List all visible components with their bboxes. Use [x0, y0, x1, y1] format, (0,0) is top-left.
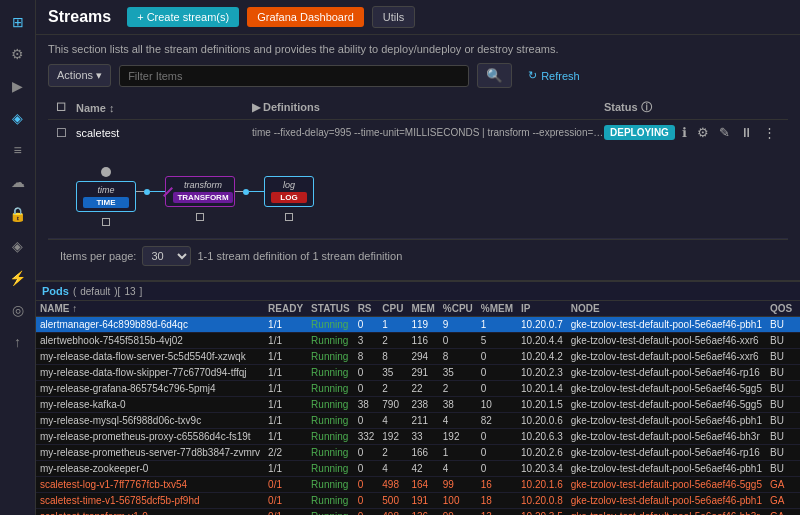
- col-ready: READY: [264, 301, 307, 317]
- sidebar-icon-audit[interactable]: ◎: [4, 296, 32, 324]
- pagination-row: Items per page: 30 50 100 1-1 stream def…: [48, 239, 788, 272]
- main-content: Streams + Create stream(s) Grafana Dashb…: [36, 0, 800, 515]
- items-per-page-select[interactable]: 30 50 100: [142, 246, 191, 266]
- col-ip: IP: [517, 301, 567, 317]
- pods-namespace: default: [80, 286, 110, 297]
- table-row[interactable]: my-release-prometheus-proxy-c65586d4c-fs…: [36, 429, 800, 445]
- table-row[interactable]: scaletest-transform-v1-00/1Running049813…: [36, 509, 800, 516]
- time-check: [102, 218, 110, 226]
- pods-section: Pods ( default )[ 13 ] NAME ↑ READY STAT…: [36, 282, 800, 515]
- flow-node-log: log LOG: [264, 158, 314, 221]
- filter-input[interactable]: [119, 65, 469, 87]
- actions-button[interactable]: Actions ▾: [48, 64, 111, 87]
- top-bar: Streams + Create stream(s) Grafana Dashb…: [36, 0, 800, 35]
- settings-button[interactable]: ⚙: [694, 124, 712, 141]
- log-check: [285, 213, 293, 221]
- create-stream-button[interactable]: + Create stream(s): [127, 7, 239, 27]
- pods-header-row: Pods ( default )[ 13 ]: [36, 282, 800, 301]
- search-button[interactable]: 🔍: [477, 63, 512, 88]
- table-row[interactable]: my-release-kafka-01/1Running387902383810…: [36, 397, 800, 413]
- streams-table-header: ☐ Name ↕ ▶ Definitions Status ⓘ: [48, 96, 788, 120]
- sidebar-icon-cloud[interactable]: ☁: [4, 168, 32, 196]
- col-pmem: %MEM: [477, 301, 517, 317]
- pods-count: 13: [124, 286, 135, 297]
- col-qos: QOS: [766, 301, 796, 317]
- edit-button[interactable]: ✎: [716, 124, 733, 141]
- sidebar-icon-about[interactable]: ↑: [4, 328, 32, 356]
- stream-definition: time --fixed-delay=995 --time-unit=MILLI…: [252, 127, 604, 138]
- stream-row-main: ☐ scaletest time --fixed-delay=995 --tim…: [56, 124, 780, 141]
- pods-title: Pods: [42, 285, 69, 297]
- flow-node-transform: transform TRANSFORM: [165, 158, 235, 221]
- time-circle: [101, 167, 111, 177]
- checkbox-col: ☐: [56, 101, 76, 114]
- sidebar-icon-menu[interactable]: ≡: [4, 136, 32, 164]
- utils-button[interactable]: Utils: [372, 6, 415, 28]
- pagination-summary: 1-1 stream definition of 1 stream defini…: [197, 250, 402, 262]
- table-row[interactable]: my-release-grafana-865754c796-5pmj41/1Ru…: [36, 381, 800, 397]
- table-row[interactable]: alertwebhook-7545f5815b-4vj021/1Running3…: [36, 333, 800, 349]
- status-col-header: Status ⓘ: [604, 100, 780, 115]
- pods-bracket-close: ]: [140, 286, 143, 297]
- table-row[interactable]: scaletest-log-v1-7ff7767fcb-txv540/1Runn…: [36, 477, 800, 493]
- table-row[interactable]: alertmanager-64c899b89d-6d4qc1/1Running0…: [36, 317, 800, 333]
- col-status: STATUS: [307, 301, 354, 317]
- stream-row: ☐ scaletest time --fixed-delay=995 --tim…: [48, 120, 788, 239]
- sidebar-icon-home[interactable]: ⊞: [4, 8, 32, 36]
- upper-section: This section lists all the stream defini…: [36, 35, 800, 282]
- col-mem: MEM: [407, 301, 438, 317]
- page-title: Streams: [48, 8, 111, 26]
- stream-checkbox[interactable]: ☐: [56, 126, 76, 140]
- flow-node-time: time TIME: [76, 153, 136, 226]
- sidebar-icon-run[interactable]: ▶: [4, 72, 32, 100]
- sidebar-icon-streams[interactable]: ◈: [4, 104, 32, 132]
- sidebar-icon-settings[interactable]: ⚙: [4, 40, 32, 68]
- pods-count-bracket: )[: [114, 286, 120, 297]
- table-row[interactable]: my-release-zookeeper-01/1Running04424010…: [36, 461, 800, 477]
- sidebar-icon-lock[interactable]: 🔒: [4, 200, 32, 228]
- sidebar-icon-data[interactable]: ◈: [4, 232, 32, 260]
- status-badge: DEPLOYING: [604, 125, 675, 140]
- col-name: NAME ↑: [36, 301, 264, 317]
- pods-subtitle: (: [73, 286, 76, 297]
- toolbar: Actions ▾ 🔍 ↻ Refresh: [48, 63, 788, 88]
- items-per-page-label: Items per page:: [60, 250, 136, 262]
- status-actions: DEPLOYING ℹ ⚙ ✎ ⏸ ⋮: [604, 124, 780, 141]
- flow-diagram: time TIME: [56, 145, 780, 234]
- table-row[interactable]: my-release-data-flow-skipper-77c6770d94-…: [36, 365, 800, 381]
- pause-button[interactable]: ⏸: [737, 124, 756, 141]
- table-row[interactable]: my-release-data-flow-server-5c5d5540f-xz…: [36, 349, 800, 365]
- grafana-dashboard-button[interactable]: Grafana Dashboard: [247, 7, 364, 27]
- more-button[interactable]: ⋮: [760, 124, 779, 141]
- name-col-header: Name ↕: [76, 102, 252, 114]
- sidebar: ⊞ ⚙ ▶ ◈ ≡ ☁ 🔒 ◈ ⚡ ◎ ↑: [0, 0, 36, 515]
- table-row[interactable]: my-release-prometheus-server-77d8b3847-z…: [36, 445, 800, 461]
- refresh-button[interactable]: ↻ Refresh: [520, 65, 588, 86]
- section-description: This section lists all the stream defini…: [48, 43, 788, 55]
- pods-table-header-row: NAME ↑ READY STATUS RS CPU MEM %CPU %MEM…: [36, 301, 800, 317]
- table-row[interactable]: scaletest-time-v1-56785dcf5b-pf9hd0/1Run…: [36, 493, 800, 509]
- col-node: NODE: [567, 301, 766, 317]
- col-rs: RS: [354, 301, 379, 317]
- definitions-col-header: ▶ Definitions: [252, 101, 604, 114]
- info-button[interactable]: ℹ: [679, 124, 690, 141]
- col-pcpu: %CPU: [439, 301, 477, 317]
- col-cpu: CPU: [378, 301, 407, 317]
- stream-name: scaletest: [76, 127, 252, 139]
- transform-check: [196, 213, 204, 221]
- table-row[interactable]: my-release-mysql-56f988d06c-txv9c1/1Runn…: [36, 413, 800, 429]
- sidebar-icon-tasks[interactable]: ⚡: [4, 264, 32, 292]
- refresh-icon: ↻: [528, 69, 537, 82]
- pods-table: NAME ↑ READY STATUS RS CPU MEM %CPU %MEM…: [36, 301, 800, 515]
- flow-connector-2: [235, 189, 264, 195]
- col-age: AGE: [796, 301, 800, 317]
- flow-connector-1: [136, 189, 165, 195]
